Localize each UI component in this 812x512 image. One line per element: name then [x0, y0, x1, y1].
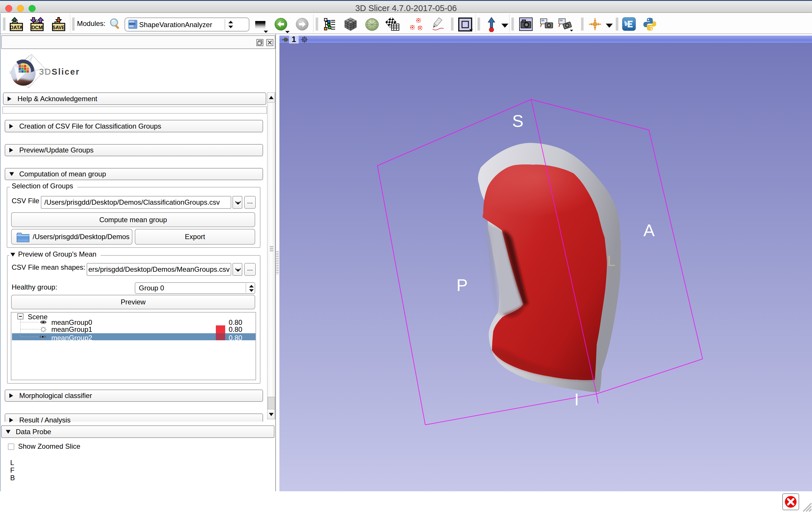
svg-text:I: I	[574, 390, 579, 409]
svg-text:DATA: DATA	[10, 25, 23, 30]
svg-text:S: S	[512, 111, 524, 130]
svg-text:3DSlicer: 3DSlicer	[39, 67, 80, 77]
svg-text:L: L	[607, 253, 615, 269]
svg-text:SAVE: SAVE	[53, 25, 65, 30]
svg-text:A: A	[643, 221, 655, 240]
svg-text:P: P	[457, 275, 468, 295]
svg-text:DCM: DCM	[31, 25, 43, 30]
